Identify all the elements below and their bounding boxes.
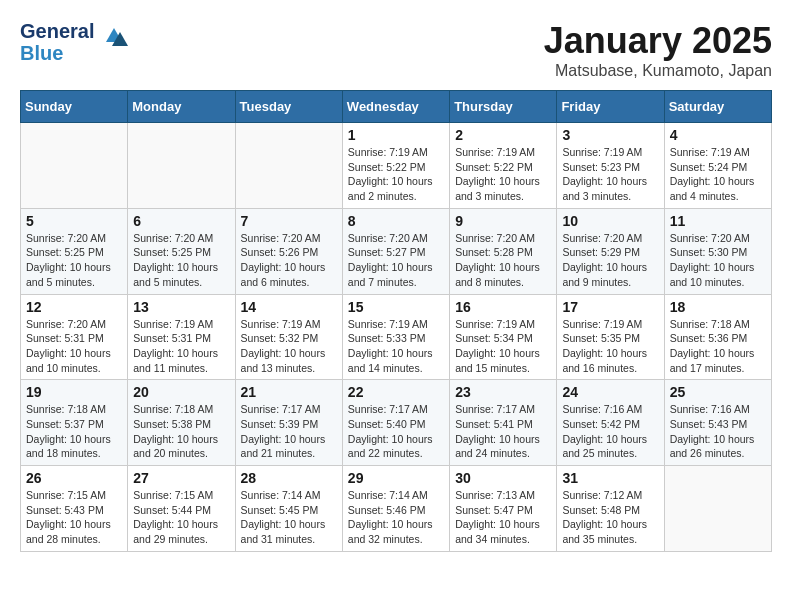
day-number: 30 xyxy=(455,470,551,486)
day-info: Sunrise: 7:12 AMSunset: 5:48 PMDaylight:… xyxy=(562,488,658,547)
day-cell-22: 22Sunrise: 7:17 AMSunset: 5:40 PMDayligh… xyxy=(342,380,449,466)
day-info: Sunrise: 7:13 AMSunset: 5:47 PMDaylight:… xyxy=(455,488,551,547)
weekday-header-friday: Friday xyxy=(557,91,664,123)
day-number: 22 xyxy=(348,384,444,400)
day-number: 10 xyxy=(562,213,658,229)
day-number: 16 xyxy=(455,299,551,315)
day-number: 8 xyxy=(348,213,444,229)
day-number: 18 xyxy=(670,299,766,315)
day-cell-11: 11Sunrise: 7:20 AMSunset: 5:30 PMDayligh… xyxy=(664,208,771,294)
day-number: 14 xyxy=(241,299,337,315)
day-info: Sunrise: 7:19 AMSunset: 5:22 PMDaylight:… xyxy=(455,145,551,204)
day-info: Sunrise: 7:17 AMSunset: 5:39 PMDaylight:… xyxy=(241,402,337,461)
day-info: Sunrise: 7:19 AMSunset: 5:35 PMDaylight:… xyxy=(562,317,658,376)
day-number: 7 xyxy=(241,213,337,229)
day-info: Sunrise: 7:20 AMSunset: 5:26 PMDaylight:… xyxy=(241,231,337,290)
day-number: 6 xyxy=(133,213,229,229)
day-info: Sunrise: 7:19 AMSunset: 5:23 PMDaylight:… xyxy=(562,145,658,204)
empty-cell xyxy=(664,466,771,552)
day-info: Sunrise: 7:15 AMSunset: 5:44 PMDaylight:… xyxy=(133,488,229,547)
day-number: 9 xyxy=(455,213,551,229)
calendar-subtitle: Matsubase, Kumamoto, Japan xyxy=(544,62,772,80)
day-number: 5 xyxy=(26,213,122,229)
day-info: Sunrise: 7:15 AMSunset: 5:43 PMDaylight:… xyxy=(26,488,122,547)
day-info: Sunrise: 7:20 AMSunset: 5:29 PMDaylight:… xyxy=(562,231,658,290)
day-cell-4: 4Sunrise: 7:19 AMSunset: 5:24 PMDaylight… xyxy=(664,123,771,209)
day-number: 28 xyxy=(241,470,337,486)
weekday-header-monday: Monday xyxy=(128,91,235,123)
day-info: Sunrise: 7:17 AMSunset: 5:40 PMDaylight:… xyxy=(348,402,444,461)
logo-text: GeneralBlue xyxy=(20,20,94,64)
day-info: Sunrise: 7:19 AMSunset: 5:24 PMDaylight:… xyxy=(670,145,766,204)
day-number: 24 xyxy=(562,384,658,400)
day-cell-26: 26Sunrise: 7:15 AMSunset: 5:43 PMDayligh… xyxy=(21,466,128,552)
day-cell-9: 9Sunrise: 7:20 AMSunset: 5:28 PMDaylight… xyxy=(450,208,557,294)
day-number: 20 xyxy=(133,384,229,400)
day-number: 12 xyxy=(26,299,122,315)
day-number: 13 xyxy=(133,299,229,315)
day-info: Sunrise: 7:20 AMSunset: 5:27 PMDaylight:… xyxy=(348,231,444,290)
day-cell-5: 5Sunrise: 7:20 AMSunset: 5:25 PMDaylight… xyxy=(21,208,128,294)
day-cell-7: 7Sunrise: 7:20 AMSunset: 5:26 PMDaylight… xyxy=(235,208,342,294)
day-number: 23 xyxy=(455,384,551,400)
day-info: Sunrise: 7:19 AMSunset: 5:34 PMDaylight:… xyxy=(455,317,551,376)
day-info: Sunrise: 7:20 AMSunset: 5:28 PMDaylight:… xyxy=(455,231,551,290)
day-info: Sunrise: 7:20 AMSunset: 5:30 PMDaylight:… xyxy=(670,231,766,290)
day-info: Sunrise: 7:20 AMSunset: 5:25 PMDaylight:… xyxy=(26,231,122,290)
day-number: 3 xyxy=(562,127,658,143)
day-cell-25: 25Sunrise: 7:16 AMSunset: 5:43 PMDayligh… xyxy=(664,380,771,466)
day-cell-23: 23Sunrise: 7:17 AMSunset: 5:41 PMDayligh… xyxy=(450,380,557,466)
day-cell-18: 18Sunrise: 7:18 AMSunset: 5:36 PMDayligh… xyxy=(664,294,771,380)
day-info: Sunrise: 7:19 AMSunset: 5:32 PMDaylight:… xyxy=(241,317,337,376)
day-info: Sunrise: 7:14 AMSunset: 5:45 PMDaylight:… xyxy=(241,488,337,547)
week-row-5: 26Sunrise: 7:15 AMSunset: 5:43 PMDayligh… xyxy=(21,466,772,552)
day-number: 15 xyxy=(348,299,444,315)
day-number: 17 xyxy=(562,299,658,315)
title-section: January 2025 Matsubase, Kumamoto, Japan xyxy=(544,20,772,80)
calendar-table: SundayMondayTuesdayWednesdayThursdayFrid… xyxy=(20,90,772,552)
day-cell-17: 17Sunrise: 7:19 AMSunset: 5:35 PMDayligh… xyxy=(557,294,664,380)
day-info: Sunrise: 7:18 AMSunset: 5:36 PMDaylight:… xyxy=(670,317,766,376)
day-info: Sunrise: 7:18 AMSunset: 5:37 PMDaylight:… xyxy=(26,402,122,461)
day-cell-14: 14Sunrise: 7:19 AMSunset: 5:32 PMDayligh… xyxy=(235,294,342,380)
empty-cell xyxy=(21,123,128,209)
day-info: Sunrise: 7:20 AMSunset: 5:25 PMDaylight:… xyxy=(133,231,229,290)
day-cell-27: 27Sunrise: 7:15 AMSunset: 5:44 PMDayligh… xyxy=(128,466,235,552)
day-number: 25 xyxy=(670,384,766,400)
day-number: 11 xyxy=(670,213,766,229)
day-cell-1: 1Sunrise: 7:19 AMSunset: 5:22 PMDaylight… xyxy=(342,123,449,209)
day-number: 27 xyxy=(133,470,229,486)
day-info: Sunrise: 7:20 AMSunset: 5:31 PMDaylight:… xyxy=(26,317,122,376)
day-number: 19 xyxy=(26,384,122,400)
day-info: Sunrise: 7:19 AMSunset: 5:31 PMDaylight:… xyxy=(133,317,229,376)
header: GeneralBlue January 2025 Matsubase, Kuma… xyxy=(20,20,772,80)
day-cell-16: 16Sunrise: 7:19 AMSunset: 5:34 PMDayligh… xyxy=(450,294,557,380)
logo: GeneralBlue xyxy=(20,20,130,64)
day-cell-29: 29Sunrise: 7:14 AMSunset: 5:46 PMDayligh… xyxy=(342,466,449,552)
weekday-header-tuesday: Tuesday xyxy=(235,91,342,123)
day-cell-2: 2Sunrise: 7:19 AMSunset: 5:22 PMDaylight… xyxy=(450,123,557,209)
week-row-1: 1Sunrise: 7:19 AMSunset: 5:22 PMDaylight… xyxy=(21,123,772,209)
weekday-header-row: SundayMondayTuesdayWednesdayThursdayFrid… xyxy=(21,91,772,123)
day-cell-24: 24Sunrise: 7:16 AMSunset: 5:42 PMDayligh… xyxy=(557,380,664,466)
day-cell-28: 28Sunrise: 7:14 AMSunset: 5:45 PMDayligh… xyxy=(235,466,342,552)
day-info: Sunrise: 7:19 AMSunset: 5:33 PMDaylight:… xyxy=(348,317,444,376)
week-row-2: 5Sunrise: 7:20 AMSunset: 5:25 PMDaylight… xyxy=(21,208,772,294)
logo-icon xyxy=(98,22,130,54)
day-number: 26 xyxy=(26,470,122,486)
day-cell-30: 30Sunrise: 7:13 AMSunset: 5:47 PMDayligh… xyxy=(450,466,557,552)
empty-cell xyxy=(235,123,342,209)
day-cell-8: 8Sunrise: 7:20 AMSunset: 5:27 PMDaylight… xyxy=(342,208,449,294)
day-cell-20: 20Sunrise: 7:18 AMSunset: 5:38 PMDayligh… xyxy=(128,380,235,466)
day-cell-10: 10Sunrise: 7:20 AMSunset: 5:29 PMDayligh… xyxy=(557,208,664,294)
day-cell-19: 19Sunrise: 7:18 AMSunset: 5:37 PMDayligh… xyxy=(21,380,128,466)
weekday-header-saturday: Saturday xyxy=(664,91,771,123)
day-number: 21 xyxy=(241,384,337,400)
day-info: Sunrise: 7:18 AMSunset: 5:38 PMDaylight:… xyxy=(133,402,229,461)
weekday-header-thursday: Thursday xyxy=(450,91,557,123)
weekday-header-sunday: Sunday xyxy=(21,91,128,123)
day-cell-31: 31Sunrise: 7:12 AMSunset: 5:48 PMDayligh… xyxy=(557,466,664,552)
day-number: 2 xyxy=(455,127,551,143)
day-cell-12: 12Sunrise: 7:20 AMSunset: 5:31 PMDayligh… xyxy=(21,294,128,380)
day-cell-15: 15Sunrise: 7:19 AMSunset: 5:33 PMDayligh… xyxy=(342,294,449,380)
